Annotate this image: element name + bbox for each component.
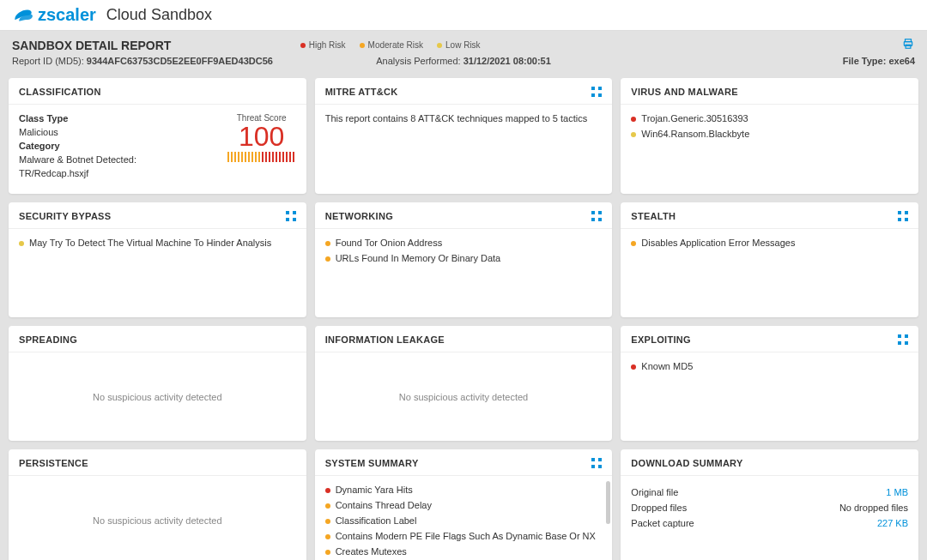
download-body: Original file 1 MB Dropped files No drop… [621,476,918,560]
card-title: CLASSIFICATION [19,87,101,97]
card-spreading: SPREADING No suspicious activity detecte… [9,326,306,441]
list-item: Win64.Ransom.Blackbyte [631,129,908,139]
risk-dot-icon [325,256,330,262]
card-download-summary: DOWNLOAD SUMMARY Original file 1 MB Drop… [621,449,918,560]
card-stealth: STEALTH Disables Application Error Messa… [621,202,918,317]
card-security-bypass: SECURITY BYPASS May Try To Detect The Vi… [9,202,306,317]
list-item-text: Contains Modern PE File Flags Such As Dy… [336,531,596,541]
expand-icon[interactable] [898,211,908,221]
risk-dot-icon [325,550,330,555]
class-type-label: Class Type [19,113,136,123]
topbar: zscaler Cloud Sandbox [0,0,927,31]
expand-icon[interactable] [591,458,602,468]
svg-rect-22 [905,341,908,345]
risk-dot-icon [631,117,636,122]
system-list: Dynamic Yara HitsContains Thread DelayCl… [325,485,603,560]
svg-rect-9 [286,218,289,221]
report-id: Report ID (MD5): 9344AFC63753CD5E2EE0FF9… [12,56,273,66]
svg-rect-13 [591,218,595,221]
class-type-value: Malicious [19,127,136,137]
card-exploiting: EXPLOITING Known MD5 [621,326,918,441]
card-title: SECURITY BYPASS [19,211,111,221]
card-title: INFORMATION LEAKAGE [325,334,445,345]
svg-rect-8 [293,211,296,214]
legend-high: High Risk [300,40,346,50]
risk-dot-icon [325,519,330,524]
list-item-text: Win64.Ransom.Blackbyte [641,129,749,139]
svg-rect-3 [591,87,595,90]
exploiting-list: Known MD5 [631,361,908,371]
download-link[interactable]: 227 KB [877,518,908,528]
svg-rect-18 [905,218,908,221]
svg-rect-25 [591,465,595,468]
risk-dot-icon [19,241,24,246]
list-item: Disables Application Error Messages [631,238,908,248]
svg-rect-24 [598,458,602,461]
svg-rect-15 [898,211,901,214]
card-classification: CLASSIFICATION Class Type Malicious Cate… [9,78,306,194]
brand-logo: zscaler [12,5,96,25]
svg-rect-11 [591,211,595,214]
download-link[interactable]: 1 MB [886,487,908,497]
svg-rect-5 [591,93,595,97]
download-row: Original file 1 MB [631,485,908,500]
legend-low: Low Risk [437,40,481,50]
scrollbar[interactable] [606,481,610,524]
expand-icon[interactable] [591,211,602,221]
analysis-time: Analysis Performed: 31/12/2021 08:00:51 [376,56,551,66]
card-networking: NETWORKING Found Tor Onion AddressURLs F… [315,202,613,317]
mitre-text: This report contains 8 ATT&CK techniques… [325,113,588,123]
card-persistence: PERSISTENCE No suspicious activity detec… [9,449,306,560]
list-item: URLs Found In Memory Or Binary Data [325,253,603,263]
list-item-text: Dynamic Yara Hits [336,485,413,495]
card-title: PERSISTENCE [19,458,88,468]
card-title: MITRE ATT&CK [325,87,398,97]
download-row: Dropped files No dropped files [631,500,908,515]
download-row: Packet capture 227 KB [631,515,908,531]
list-item-text: May Try To Detect The Virtual Machine To… [29,238,271,248]
list-item: Classification Label [325,515,603,526]
no-activity-text: No suspicious activity detected [399,392,528,402]
expand-icon[interactable] [286,211,296,221]
list-item: Contains Modern PE File Flags Such As Dy… [325,531,603,541]
no-activity-text: No suspicious activity detected [93,515,221,526]
card-title: DOWNLOAD SUMMARY [631,458,742,468]
category-value: Malware & Botnet Detected: [19,154,136,165]
svg-rect-23 [591,458,595,461]
risk-dot-icon [631,132,636,137]
risk-dot-icon [325,241,330,246]
card-grid: CLASSIFICATION Class Type Malicious Cate… [0,75,927,560]
risk-dot-icon [325,534,330,539]
stealth-list: Disables Application Error Messages [631,238,908,248]
no-activity-text: No suspicious activity detected [93,392,221,402]
svg-rect-16 [905,211,908,214]
expand-icon[interactable] [591,87,602,97]
svg-rect-12 [598,211,602,214]
card-virus: VIRUS AND MALWARE Trojan.Generic.3051639… [621,78,918,194]
svg-rect-20 [905,334,908,338]
threat-score: Threat Score 100 [227,113,296,185]
subheader: SANDBOX DETAIL REPORT High Risk Moderate… [0,31,927,75]
card-title: SPREADING [19,334,77,345]
card-mitre: MITRE ATT&CK This report contains 8 ATT&… [315,78,613,194]
list-item-text: Found Tor Onion Address [336,238,443,248]
threat-gauge-icon [227,152,296,162]
list-item-text: URLs Found In Memory Or Binary Data [336,253,501,263]
app-title: Cloud Sandbox [106,6,212,24]
list-item: Dynamic Yara Hits [325,485,603,495]
list-item: Trojan.Generic.30516393 [631,113,908,123]
expand-icon[interactable] [898,334,908,345]
svg-rect-17 [898,218,901,221]
brand-name: zscaler [38,5,96,25]
svg-rect-14 [598,218,602,221]
list-item-text: Classification Label [336,515,417,526]
svg-rect-7 [286,211,289,214]
svg-rect-19 [898,334,901,338]
svg-rect-6 [598,93,602,97]
print-icon[interactable] [901,38,915,52]
networking-list: Found Tor Onion AddressURLs Found In Mem… [325,238,603,263]
svg-rect-4 [598,87,602,90]
download-value: No dropped files [839,503,908,513]
list-item-text: Disables Application Error Messages [641,238,795,248]
svg-rect-26 [598,465,602,468]
